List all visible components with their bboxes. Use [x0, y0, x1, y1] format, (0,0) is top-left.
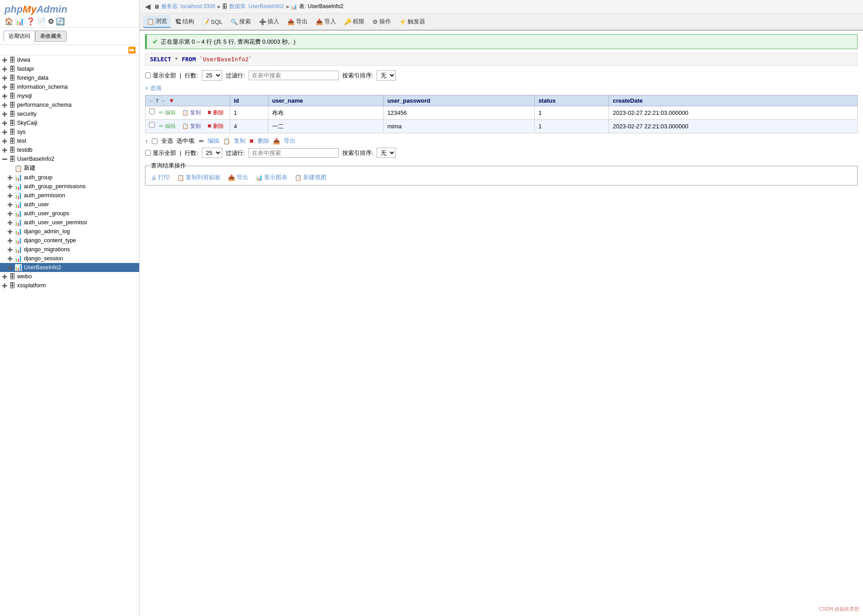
bookmarks-tab[interactable]: 表收藏夹 — [35, 31, 67, 42]
sidebar-item-mysql[interactable]: ➕ 🗄 mysql — [0, 91, 139, 100]
triggers-icon: ⚡ — [399, 18, 406, 25]
table-icon: 📊 — [14, 255, 22, 262]
th-id[interactable]: id — [230, 95, 268, 106]
filter-input[interactable] — [249, 71, 339, 80]
table-icon: 📊 — [14, 183, 22, 190]
export-button[interactable]: 📤 导出 — [284, 16, 311, 27]
home-icon[interactable]: 🏠 — [5, 17, 14, 26]
row-count-select[interactable]: 25 — [202, 70, 222, 81]
sidebar-item-xssplatform[interactable]: ➕ 🗄 xssplatform — [0, 281, 139, 290]
footer-export-link[interactable]: 导出 — [284, 137, 295, 145]
sidebar-item-security[interactable]: ➕ 🗄 security — [0, 109, 139, 118]
browse-button[interactable]: 📋 浏览 — [143, 15, 171, 28]
sidebar-item-auth-permission[interactable]: ➕ 📊 auth_permission — [0, 191, 139, 200]
table-icon[interactable]: 📊 — [15, 17, 24, 26]
help-icon[interactable]: ❓ — [26, 17, 35, 26]
privileges-button[interactable]: 🔑 权限 — [341, 16, 368, 27]
sidebar-item-auth-user[interactable]: ➕ 📊 auth_user — [0, 200, 139, 209]
th-user-name[interactable]: user_name — [268, 95, 384, 106]
expand-icon: ➕ — [2, 94, 7, 99]
sidebar-item-auth-user-user-permissi[interactable]: ➕ 📊 auth_user_user_permissi — [0, 218, 139, 227]
edit-btn[interactable]: ✏ 编辑 — [157, 122, 178, 131]
status-check-icon: ✔ — [152, 37, 158, 46]
table-icon: 📊 — [14, 210, 22, 217]
sql-keyword: SELECT — [150, 56, 171, 63]
sort-left-icon[interactable]: ← — [149, 98, 154, 104]
sidebar-item-django-migrations[interactable]: ➕ 📊 django_migrations — [0, 245, 139, 254]
edit-btn[interactable]: ✏ 编辑 — [157, 108, 178, 118]
sidebar-item-test[interactable]: ➕ 🗄 test — [0, 136, 139, 145]
sidebar-item-fastapi[interactable]: ➕ 🗄 fastapi — [0, 64, 139, 73]
sidebar-item-skycaiji[interactable]: ➕ 🗄 SkyCaiji — [0, 118, 139, 127]
recent-tab[interactable]: 近期访问 — [4, 31, 35, 42]
row-checkbox[interactable] — [149, 122, 155, 128]
export-op-link[interactable]: 📤 导出 — [228, 173, 248, 181]
sort-right-icon[interactable]: → — [160, 98, 165, 104]
row-checkbox[interactable] — [149, 109, 155, 114]
footer-copy-link[interactable]: 复制 — [234, 137, 245, 145]
sidebar-item-django-admin-log[interactable]: ➕ 📊 django_admin_log — [0, 227, 139, 236]
search-button[interactable]: 🔍 搜索 — [227, 16, 254, 27]
sidebar-item-auth-group-permissions[interactable]: ➕ 📊 auth_group_permissions — [0, 182, 139, 191]
sort-t-icon[interactable]: T — [156, 98, 159, 104]
collapse-icon[interactable]: ⏩ — [128, 46, 136, 54]
sidebar-item-auth-user-groups[interactable]: ➕ 📊 auth_user_groups — [0, 209, 139, 218]
copy-btn[interactable]: 📋 复制 — [180, 108, 203, 118]
sidebar-item-dvwa[interactable]: ➕ 🗄 dvwa — [0, 55, 139, 64]
sidebar-item-django-content-type[interactable]: ➕ 📊 django_content_type — [0, 236, 139, 245]
new-view-link[interactable]: 📋 新建视图 — [295, 173, 327, 181]
copy-clipboard-link[interactable]: 📋 复制到剪贴板 — [177, 173, 221, 181]
sql-button[interactable]: 📝 SQL — [199, 17, 226, 27]
cell-id: 4 — [230, 120, 268, 133]
insert-button[interactable]: ➕ 插入 — [255, 16, 283, 27]
delete-btn[interactable]: ✖ 删除 — [205, 122, 226, 131]
table-icon-bc: 📊 — [291, 4, 297, 10]
sidebar-item-django-session[interactable]: ➕ 📊 django_session — [0, 254, 139, 263]
print-link[interactable]: 🖨 打印 — [151, 173, 170, 181]
filter-input-bottom[interactable] — [249, 148, 339, 158]
back-arrow[interactable]: ◀ — [143, 1, 152, 12]
triggers-button[interactable]: ⚡ 触发器 — [395, 16, 429, 27]
sort-select[interactable]: 无 — [377, 70, 396, 81]
show-all-checkbox[interactable] — [145, 72, 151, 78]
breadcrumb-database[interactable]: 数据库: UserBaseInfo2 — [229, 3, 284, 10]
settings-icon[interactable]: ⚙ — [48, 17, 54, 26]
footer-delete-link[interactable]: 删除 — [258, 137, 269, 145]
sidebar-item-weibo[interactable]: ➕ 🗄 weibo — [0, 272, 139, 281]
structure-button[interactable]: 🏗 结构 — [172, 16, 198, 27]
delete-btn[interactable]: ✖ 删除 — [205, 108, 226, 118]
sidebar-item-foreign-data[interactable]: ➕ 🗄 foreign_data — [0, 73, 139, 82]
footer-select-all[interactable] — [152, 138, 158, 144]
operations-button[interactable]: ⚙ 操作 — [369, 16, 395, 27]
docs-icon[interactable]: 📄 — [37, 17, 46, 26]
sidebar-item-auth-group[interactable]: ➕ 📊 auth_group — [0, 173, 139, 182]
sidebar-item-information-schema[interactable]: ➕ 🗄 information_schema — [0, 82, 139, 91]
sidebar-item-testdb[interactable]: ➕ 🗄 testdb — [0, 145, 139, 154]
breadcrumb-table: 表: UserBaseInfo2 — [299, 3, 343, 10]
view-icon: 📋 — [295, 174, 302, 181]
th-user-password[interactable]: user_password — [383, 95, 535, 106]
sidebar-item-userbaseinfo2-table[interactable]: ➕ 📊 UserBaseInfo2 — [0, 263, 139, 272]
expand-icon: ➕ — [7, 202, 13, 207]
sidebar-item-sys[interactable]: ➕ 🗄 sys — [0, 127, 139, 136]
sidebar-item-new[interactable]: 📋 新建 — [0, 163, 139, 173]
breadcrumb-sep2: » — [286, 4, 289, 10]
show-all-checkbox-bottom[interactable] — [145, 150, 151, 156]
sort-down-icon[interactable]: ▼ — [169, 97, 175, 104]
th-create-date[interactable]: createDate — [609, 95, 858, 106]
refresh-icon[interactable]: 🔄 — [56, 17, 65, 26]
options-link[interactable]: + 选项 — [145, 84, 162, 92]
footer-edit-link[interactable]: 编辑 — [208, 137, 219, 145]
query-ops-links: 🖨 打印 📋 复制到剪贴板 📤 导出 📊 显示图表 📋 新建视图 — [151, 173, 852, 181]
th-status[interactable]: status — [535, 95, 609, 106]
breadcrumb-server[interactable]: 服务器: localhost:3306 — [161, 3, 215, 10]
import-button[interactable]: 📥 导入 — [312, 16, 340, 27]
row-count-select-bottom[interactable]: 25 — [202, 148, 222, 158]
sidebar-item-userbaseinfo2[interactable]: ➖ 🗄 UserBaseInfo2 — [0, 154, 139, 163]
show-chart-link[interactable]: 📊 显示图表 — [255, 173, 287, 181]
copy-btn[interactable]: 📋 复制 — [180, 122, 203, 131]
sidebar-item-performance-schema[interactable]: ➕ 🗄 performance_schema — [0, 100, 139, 109]
table-icon: 📊 — [14, 201, 22, 208]
table-icon: 📊 — [14, 192, 22, 199]
sort-select-bottom[interactable]: 无 — [377, 148, 396, 158]
